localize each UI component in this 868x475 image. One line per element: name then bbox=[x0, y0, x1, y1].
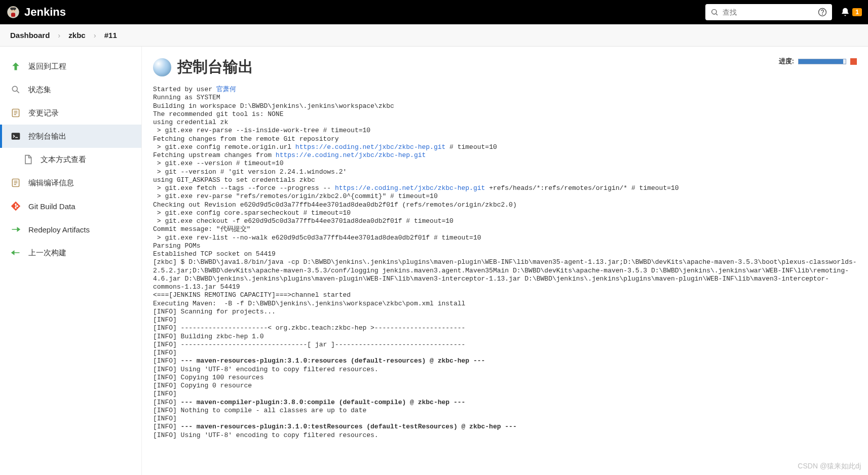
logo[interactable]: Jenkins bbox=[6, 5, 66, 19]
progress-bar bbox=[798, 59, 846, 64]
sidebar-item-label: 状态集 bbox=[28, 85, 51, 95]
header: Jenkins 1 bbox=[0, 0, 868, 24]
svg-point-3 bbox=[12, 9, 13, 10]
git-url-link[interactable]: https://e.coding.net/jxbc/zkbc-hep.git bbox=[276, 151, 426, 159]
svg-point-7 bbox=[712, 10, 716, 14]
breadcrumb-build[interactable]: #11 bbox=[104, 31, 117, 39]
help-icon[interactable] bbox=[818, 8, 827, 17]
sidebar-item-console[interactable]: 控制台输出 bbox=[0, 125, 141, 148]
progress-label: 进度: bbox=[779, 57, 794, 66]
arrow-left-icon bbox=[10, 247, 21, 258]
sidebar-item-label: 文本方式查看 bbox=[41, 155, 86, 165]
logo-text: Jenkins bbox=[24, 6, 66, 19]
svg-rect-2 bbox=[10, 8, 16, 10]
notepad-icon bbox=[10, 107, 21, 118]
svg-point-4 bbox=[14, 9, 15, 10]
user-link[interactable]: 官萧何 bbox=[216, 86, 236, 93]
document-icon bbox=[22, 154, 33, 165]
svg-rect-5 bbox=[11, 13, 15, 17]
search-icon bbox=[710, 8, 719, 16]
magnifier-icon bbox=[10, 84, 21, 95]
sidebar: 返回到工程状态集变更记录控制台输出文本方式查看编辑编译信息Git Build D… bbox=[0, 47, 142, 475]
sidebar-item-redeploy[interactable]: Redeploy Artifacts bbox=[0, 218, 141, 241]
git-url-link[interactable]: https://e.coding.net/jxbc/zkbc-hep.git bbox=[295, 143, 445, 151]
sidebar-item-label: 返回到工程 bbox=[28, 62, 66, 71]
svg-rect-6 bbox=[9, 13, 11, 14]
notification-badge: 1 bbox=[852, 8, 862, 16]
notifications[interactable]: 1 bbox=[840, 7, 862, 17]
build-progress: 进度: bbox=[779, 57, 857, 66]
arrow-up-icon bbox=[10, 61, 21, 72]
main-content: 控制台输出 进度: Started by user 官萧何 Running as… bbox=[142, 47, 868, 475]
sidebar-item-label: 上一次构建 bbox=[28, 248, 66, 258]
sidebar-item-changes[interactable]: 变更记录 bbox=[0, 101, 141, 125]
chevron-right-icon: › bbox=[54, 31, 64, 39]
page-title-wrap: 控制台输出 bbox=[153, 57, 253, 77]
arrow-right-icon bbox=[10, 224, 21, 235]
svg-rect-17 bbox=[12, 133, 20, 139]
svg-line-8 bbox=[716, 14, 718, 15]
sidebar-item-status[interactable]: 状态集 bbox=[0, 78, 141, 101]
breadcrumb-dashboard[interactable]: Dashboard bbox=[10, 31, 50, 39]
svg-line-12 bbox=[17, 91, 19, 93]
svg-point-11 bbox=[12, 86, 17, 91]
sidebar-item-label: Redeploy Artifacts bbox=[28, 225, 90, 234]
git-url-link[interactable]: https://e.coding.net/jxbc/zkbc-hep.git bbox=[335, 184, 485, 192]
breadcrumb-job[interactable]: zkbc bbox=[68, 31, 85, 39]
sidebar-item-label: 编辑编译信息 bbox=[28, 178, 74, 188]
build-status-orb-icon bbox=[153, 58, 171, 76]
watermark: CSDN @猿来如此dj bbox=[798, 462, 861, 471]
jenkins-logo-icon bbox=[6, 5, 20, 19]
search-box[interactable] bbox=[705, 4, 832, 20]
notepad-icon bbox=[10, 177, 21, 188]
search-input[interactable] bbox=[723, 8, 814, 16]
page-title: 控制台输出 bbox=[177, 57, 253, 77]
breadcrumbs: Dashboard › zkbc › #11 bbox=[0, 24, 868, 47]
svg-point-10 bbox=[822, 14, 823, 14]
sidebar-item-edit-build[interactable]: 编辑编译信息 bbox=[0, 171, 141, 194]
sidebar-item-previous-build[interactable]: 上一次构建 bbox=[0, 241, 141, 264]
sidebar-item-git-build-data[interactable]: Git Build Data bbox=[0, 194, 141, 218]
sidebar-item-label: 控制台输出 bbox=[28, 132, 66, 141]
console-output: Started by user 官萧何 Running as SYSTEM Bu… bbox=[153, 86, 857, 440]
sidebar-item-label: Git Build Data bbox=[28, 202, 76, 211]
sidebar-item-label: 变更记录 bbox=[28, 108, 59, 118]
terminal-icon bbox=[10, 131, 21, 142]
sidebar-item-console-text[interactable]: 文本方式查看 bbox=[0, 148, 141, 171]
stop-build-button[interactable] bbox=[850, 58, 857, 65]
bell-icon bbox=[840, 7, 850, 17]
git-icon bbox=[10, 201, 21, 212]
chevron-right-icon: › bbox=[90, 31, 100, 39]
sidebar-item-back-to-project[interactable]: 返回到工程 bbox=[0, 55, 141, 78]
